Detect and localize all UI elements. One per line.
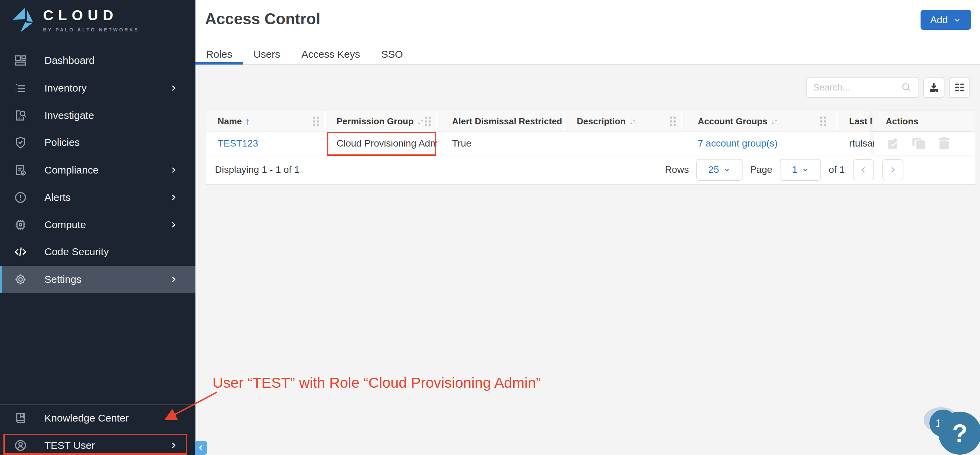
column-header-permission-group[interactable]: Permission Group ↓↑ [326, 111, 438, 131]
main-content: Name ↑ Permission Group ↓↑ Alert Dismiss… [196, 65, 980, 455]
previous-page-button[interactable] [853, 159, 874, 180]
tab-label: Access Keys [301, 49, 360, 60]
sort-icon: ↓↑ [629, 116, 635, 126]
investigate-icon [14, 109, 27, 122]
column-header-last-modified[interactable]: Last M [838, 111, 874, 131]
sidebar-item-settings[interactable]: Settings [0, 266, 196, 293]
table-header-row: Name ↑ Permission Group ↓↑ Alert Dismiss… [206, 111, 975, 131]
columns-icon [953, 81, 966, 94]
sidebar-item-label: Knowledge Center [45, 412, 129, 424]
sidebar-item-alerts[interactable]: Alerts [0, 184, 196, 211]
column-label: Actions [886, 116, 918, 127]
page-value: 1 [792, 164, 797, 175]
tab-users[interactable]: Users [243, 45, 291, 64]
chevron-down-icon [953, 15, 961, 24]
alerts-icon [14, 191, 27, 204]
sidebar-item-label: Compliance [45, 164, 99, 176]
sort-icon: ↓↑ [771, 116, 777, 126]
tab-access-keys[interactable]: Access Keys [291, 45, 371, 64]
search-icon [901, 82, 912, 93]
column-header-account-groups[interactable]: Account Groups ↓↑ [682, 111, 838, 131]
tab-bar: Roles Users Access Keys SSO [196, 45, 414, 64]
sidebar-item-compute[interactable]: Compute [0, 211, 196, 239]
cell-account-groups: 7 account group(s) [682, 132, 838, 155]
table-search [807, 77, 919, 98]
column-header-alert-dismissal-restricted[interactable]: Alert Dismissal Restricted ↓↑ [438, 111, 565, 131]
drag-handle-icon[interactable] [670, 116, 676, 126]
chevron-right-icon [170, 166, 178, 174]
sidebar-item-knowledge-center[interactable]: Knowledge Center [0, 404, 196, 432]
user-circle-icon [14, 439, 27, 452]
sidebar-item-inventory[interactable]: Inventory [0, 75, 196, 102]
sidebar-item-compliance[interactable]: Compliance [0, 156, 196, 184]
chevron-right-icon [170, 441, 178, 450]
drag-handle-icon[interactable] [425, 116, 431, 126]
column-header-name[interactable]: Name ↑ [206, 111, 326, 131]
chevron-right-icon [889, 165, 897, 174]
page-label: Page [750, 164, 772, 175]
next-page-button[interactable] [882, 159, 904, 180]
sidebar-item-test-user[interactable]: TEST User [0, 432, 196, 455]
tab-label: Users [253, 49, 280, 60]
tab-label: SSO [381, 49, 403, 60]
column-header-description[interactable]: Description ↓↑ [565, 111, 682, 131]
add-button-label: Add [930, 14, 948, 25]
column-label: Description [577, 116, 626, 127]
sidebar-item-label: TEST User [45, 440, 95, 451]
table-row: TEST123 Cloud Provisioning Admin True 7 … [206, 131, 975, 156]
logo-subtitle: BY PALO ALTO NETWORKS [43, 27, 139, 32]
search-input[interactable] [813, 82, 901, 93]
sidebar-item-label: Dashboard [45, 55, 95, 66]
prisma-cloud-logo-icon [12, 7, 33, 33]
add-button[interactable]: Add [921, 10, 971, 30]
download-icon [928, 81, 940, 94]
last-modified-value: rtulsan [849, 138, 874, 149]
sidebar-item-investigate[interactable]: Investigate [0, 102, 196, 129]
column-label: Last M [849, 116, 874, 127]
sidebar-item-label: Alerts [45, 192, 71, 203]
sidebar-item-code-security[interactable]: Code Security [0, 238, 196, 266]
column-label: Account Groups [698, 116, 767, 127]
tab-sso[interactable]: SSO [371, 45, 414, 64]
sidebar-item-label: Inventory [45, 82, 86, 94]
logo-title: CLOUD [43, 7, 139, 24]
sidebar-item-label: Compute [45, 219, 86, 231]
app-root: CLOUD BY PALO ALTO NETWORKS Dashboard In… [0, 0, 980, 455]
download-button[interactable] [923, 77, 945, 98]
chevron-down-icon [802, 166, 809, 173]
page-select[interactable]: 1 [780, 159, 821, 181]
role-name-link[interactable]: TEST123 [218, 138, 258, 149]
help-button[interactable]: ? [938, 412, 980, 455]
tab-roles[interactable]: Roles [196, 45, 243, 64]
edit-icon[interactable] [886, 135, 901, 151]
column-settings-button[interactable] [949, 77, 970, 98]
chevron-right-icon [170, 84, 178, 92]
sidebar-item-label: Code Security [45, 246, 109, 258]
page-of-label: of 1 [829, 164, 845, 175]
cell-description [565, 132, 682, 155]
cell-last-modified: rtulsan [838, 132, 874, 155]
drag-handle-icon[interactable] [820, 116, 826, 126]
chevron-right-icon [170, 221, 178, 229]
drag-handle-icon[interactable] [313, 116, 319, 126]
column-label: Name [218, 116, 242, 127]
cell-actions [874, 132, 975, 155]
rows-value: 25 [708, 164, 719, 175]
sidebar-item-label: Settings [45, 274, 81, 285]
rows-per-page-select[interactable]: 25 [697, 159, 743, 181]
help-widget: 19 ? [918, 406, 980, 455]
sidebar-item-policies[interactable]: Policies [0, 129, 196, 156]
cell-alert-dismissal-restricted: True [438, 132, 565, 155]
displaying-count: Displaying 1 - 1 of 1 [215, 164, 299, 175]
sidebar-collapse-button[interactable] [195, 441, 207, 455]
account-groups-link[interactable]: 7 account group(s) [698, 138, 777, 149]
sidebar-item-dashboard[interactable]: Dashboard [0, 47, 196, 74]
dashboard-icon [14, 54, 27, 67]
cell-permission-group: Cloud Provisioning Admin [326, 132, 438, 155]
permission-group-value: Cloud Provisioning Admin [337, 138, 438, 149]
delete-icon[interactable] [936, 135, 952, 151]
compliance-icon [14, 163, 27, 177]
copy-icon[interactable] [911, 135, 927, 151]
policies-shield-icon [14, 135, 27, 149]
knowledge-center-book-icon [14, 411, 27, 425]
